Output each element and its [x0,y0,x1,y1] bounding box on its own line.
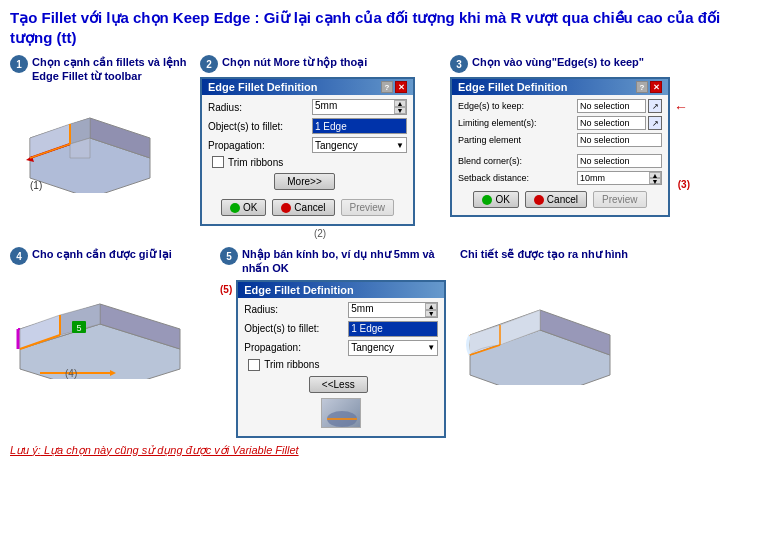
dialog1-buttons: OK Cancel Preview [208,195,407,220]
step6-text: Chi tiết sẽ được tạo ra như hình [460,247,763,261]
step5-annotation: (5) [220,284,232,295]
d3-object-label: Object(s) to fillet: [244,323,344,334]
dialog3: Edge Fillet Definition Radius: 5mm ▲ ▼ [236,280,446,438]
setback-value: 10mm [578,173,649,183]
d3-propagation-dropdown[interactable]: Tangency ▼ [348,340,438,356]
step2-circle: 2 [200,55,218,73]
step2-text: Chọn nút More từ hộp thoại [222,55,367,69]
object-value[interactable]: 1 Edge [312,118,407,134]
close-btn[interactable]: ✕ [395,81,407,93]
d3-radius-spinbox[interactable]: 5mm ▲ ▼ [348,302,438,318]
limiting-label: Limiting element(s): [458,118,573,128]
step6-shape [460,265,620,385]
limiting-value[interactable]: No selection [577,116,646,130]
close-btn2[interactable]: ✕ [650,81,662,93]
cancel-button2[interactable]: Cancel [525,191,587,208]
trim-checkbox[interactable] [212,156,224,168]
edges-value[interactable]: No selection [577,99,646,113]
help-btn[interactable]: ? [381,81,393,93]
parting-label: Parting element [458,135,573,145]
dialog1-body: Radius: 5mm ▲ ▼ Object(s) to fillet: 1 E… [202,95,413,224]
step5-column: 5 Nhập bán kính bo, ví dụ như 5mm và nhấ… [220,247,450,438]
ok-icon [230,203,240,213]
d3-radius-down[interactable]: ▼ [425,310,437,317]
blend-label: Blend corner(s): [458,156,573,166]
d3-trim-checkbox[interactable] [248,359,260,371]
d3-propagation-label: Propagation: [244,342,344,353]
step5-text: Nhập bán kính bo, ví dụ như 5mm và nhấn … [242,247,450,276]
top-row: 1 Chọn cạnh cần fillets và lệnh Edge Fil… [10,55,763,239]
step4-svg: 5 [10,269,200,379]
setback-row: Setback distance: 10mm ▲ ▼ [458,171,662,185]
step1-text: Chọn cạnh cần fillets và lệnh Edge Fille… [32,55,190,84]
ok-button2[interactable]: OK [473,191,518,208]
propagation-label: Propagation: [208,140,308,151]
setback-spinbox[interactable]: 10mm ▲ ▼ [577,171,662,185]
step4-text: Cho cạnh cần được giữ lại [32,247,172,261]
blend-value[interactable]: No selection [577,154,662,168]
step3-circle: 3 [450,55,468,73]
edges-label: Edge(s) to keep: [458,101,573,111]
step1-label: 1 Chọn cạnh cần fillets và lệnh Edge Fil… [10,55,190,84]
d3-trim-row: Trim ribbons [244,359,438,371]
title-section: Tạo Fillet với lựa chọn Keep Edge : Giữ … [10,8,763,47]
step1-annotation: (1) [30,180,42,191]
parting-value[interactable]: No selection [577,133,662,147]
bottom-row: 4 Cho cạnh cần được giữ lại [10,247,763,438]
step4-annotation: (4) [65,368,77,379]
more-button[interactable]: More>> [274,173,334,190]
radius-spinbox[interactable]: 5mm ▲ ▼ [312,99,407,115]
help-btn2[interactable]: ? [636,81,648,93]
d3-preview-area [321,398,361,428]
preview-button[interactable]: Preview [341,199,395,216]
propagation-row: Propagation: Tangency ▼ [208,137,407,153]
dialog2-title-icons: ? ✕ [636,81,662,93]
cancel-icon2 [534,195,544,205]
d3-radius-label: Radius: [244,304,344,315]
step2-column: 2 Chọn nút More từ hộp thoại Edge Fillet… [200,55,440,239]
edges-select-btn[interactable]: ↗ [648,99,662,113]
radius-up[interactable]: ▲ [394,100,406,107]
dialog1-title-icons: ? ✕ [381,81,407,93]
step6-column: Chi tiết sẽ được tạo ra như hình [460,247,763,438]
radius-label: Radius: [208,102,308,113]
less-button[interactable]: <<Less [309,376,368,393]
d3-propagation-row: Propagation: Tangency ▼ [244,340,438,356]
trim-row: Trim ribbons [208,156,407,168]
step4-circle: 4 [10,247,28,265]
preview-button2[interactable]: Preview [593,191,647,208]
step2-annotation: (2) [200,228,440,239]
d3-object-row: Object(s) to fillet: 1 Edge [244,321,438,337]
object-row: Object(s) to fillet: 1 Edge [208,118,407,134]
d3-object-value[interactable]: 1 Edge [348,321,438,337]
d3-radius-up[interactable]: ▲ [425,303,437,310]
dialog2-buttons: OK Cancel Preview [458,188,662,211]
step3-label: 3 Chọn vào vùng"Edge(s) to keep" [450,55,763,73]
cancel-button[interactable]: Cancel [272,199,334,216]
dialog1: Edge Fillet Definition ? ✕ Radius: 5mm ▲ [200,77,415,226]
trim-label: Trim ribbons [228,157,283,168]
ok-icon2 [482,195,492,205]
dialog3-title: Edge Fillet Definition [238,282,444,298]
step6-svg [460,265,620,385]
step3-arrow: ← [674,99,688,115]
dialog3-body: Radius: 5mm ▲ ▼ Object(s) to fillet: [238,298,444,436]
step3-text: Chọn vào vùng"Edge(s) to keep" [472,55,644,69]
step3-annotation: (3) [678,179,690,190]
step1-shape: (1) [10,88,170,193]
propagation-dropdown[interactable]: Tangency ▼ [312,137,407,153]
step4-label: 4 Cho cạnh cần được giữ lại [10,247,210,265]
dialog2-body: Edge(s) to keep: No selection ↗ Limiting… [452,95,668,215]
limiting-select-btn[interactable]: ↗ [648,116,662,130]
radius-down[interactable]: ▼ [394,107,406,114]
setback-spinbuttons: ▲ ▼ [649,172,661,184]
propagation-arrow: ▼ [396,141,404,150]
step4-column: 4 Cho cạnh cần được giữ lại [10,247,210,438]
d3-propagation-arrow: ▼ [427,343,435,352]
ok-button[interactable]: OK [221,199,266,216]
setback-down[interactable]: ▼ [649,178,661,184]
parting-row: Parting element No selection [458,133,662,147]
step5-label: 5 Nhập bán kính bo, ví dụ như 5mm và nhấ… [220,247,450,276]
dialog2: Edge Fillet Definition ? ✕ Edge(s) to ke… [450,77,670,217]
page-title: Tạo Fillet với lựa chọn Keep Edge : Giữ … [10,8,763,47]
